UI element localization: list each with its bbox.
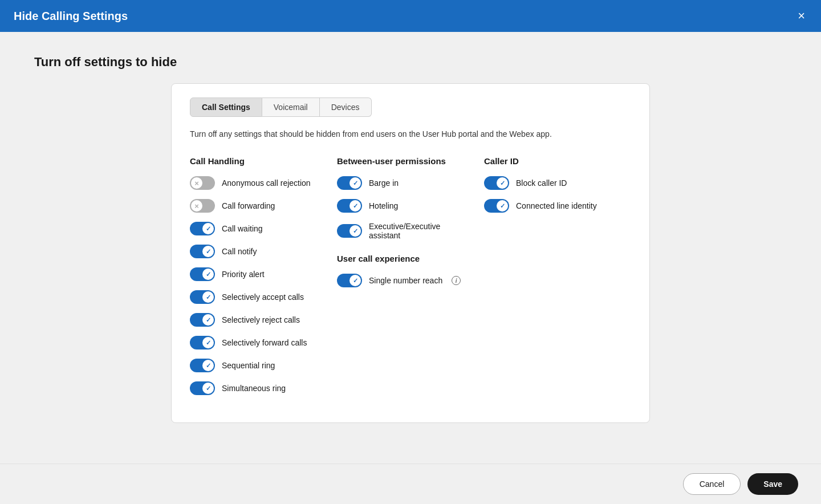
barge-in-label: Barge in: [369, 178, 399, 188]
sequential-ring-toggle[interactable]: [190, 359, 215, 372]
toggle-thumb: [202, 246, 214, 257]
simultaneous-ring-toggle[interactable]: [190, 381, 215, 395]
toggle-thumb: [349, 225, 361, 237]
tab-devices[interactable]: Devices: [320, 97, 372, 117]
description-text: Turn off any settings that should be hid…: [190, 128, 631, 140]
call-notify-toggle[interactable]: [190, 245, 215, 258]
anonymous-call-rejection-label: Anonymous call rejection: [222, 178, 311, 188]
list-item: Selectively accept calls: [190, 290, 326, 304]
toggle-thumb: [497, 177, 508, 189]
selectively-reject-toggle[interactable]: [190, 313, 215, 327]
single-number-reach-label: Single number reach: [369, 276, 442, 285]
executive-label: Executive/Executive assistant: [369, 222, 473, 240]
hoteling-label: Hoteling: [369, 201, 398, 210]
toggle-thumb: [202, 360, 214, 371]
main-content: Turn off settings to hide Call Settings …: [0, 32, 821, 504]
list-item: Single number reach i: [337, 274, 473, 287]
call-waiting-toggle[interactable]: [190, 222, 215, 235]
barge-in-toggle[interactable]: [337, 176, 362, 190]
page-title: Turn off settings to hide: [34, 55, 787, 70]
selectively-forward-label: Selectively forward calls: [222, 338, 307, 347]
list-item: Selectively reject calls: [190, 313, 326, 327]
between-user-column: Between-user permissions Barge in Hoteli…: [337, 156, 484, 404]
selectively-accept-label: Selectively accept calls: [222, 292, 304, 302]
toggle-thumb: [202, 291, 214, 303]
anonymous-call-rejection-toggle[interactable]: [190, 176, 215, 190]
block-caller-id-label: Block caller ID: [516, 178, 567, 188]
list-item: Simultaneous ring: [190, 381, 326, 395]
cancel-button[interactable]: Cancel: [683, 473, 741, 495]
sequential-ring-label: Sequential ring: [222, 361, 275, 370]
caller-id-column: Caller ID Block caller ID Connected line…: [484, 156, 631, 404]
list-item: Call notify: [190, 245, 326, 258]
info-icon[interactable]: i: [452, 276, 461, 285]
save-button[interactable]: Save: [747, 473, 798, 495]
selectively-forward-toggle[interactable]: [190, 336, 215, 349]
toggle-thumb: [349, 200, 361, 212]
priority-alert-toggle[interactable]: [190, 267, 215, 281]
tab-bar: Call Settings Voicemail Devices: [190, 97, 631, 117]
dialog-footer: Cancel Save: [0, 464, 821, 504]
list-item: Hoteling: [337, 199, 473, 213]
list-item: Connected line identity: [484, 199, 620, 213]
caller-id-header: Caller ID: [484, 156, 620, 166]
call-forwarding-label: Call forwarding: [222, 201, 275, 210]
list-item: Anonymous call rejection: [190, 176, 326, 190]
toggle-thumb: [202, 269, 214, 280]
toggle-thumb: [202, 314, 214, 326]
tab-voicemail[interactable]: Voicemail: [262, 97, 320, 117]
toggle-thumb: [349, 275, 361, 286]
toggle-thumb: [349, 177, 361, 189]
dialog-header: Hide Calling Settings ×: [0, 0, 821, 32]
simultaneous-ring-label: Simultaneous ring: [222, 384, 286, 393]
dialog-title: Hide Calling Settings: [14, 10, 128, 23]
call-notify-label: Call notify: [222, 247, 257, 256]
between-user-header: Between-user permissions: [337, 156, 473, 166]
block-caller-id-toggle[interactable]: [484, 176, 509, 190]
list-item: Barge in: [337, 176, 473, 190]
list-item: Priority alert: [190, 267, 326, 281]
settings-card: Call Settings Voicemail Devices Turn off…: [171, 83, 650, 423]
hoteling-toggle[interactable]: [337, 199, 362, 213]
toggle-thumb: [202, 337, 214, 348]
selectively-accept-toggle[interactable]: [190, 290, 215, 304]
toggle-thumb: [191, 177, 202, 189]
toggle-thumb: [497, 200, 508, 212]
selectively-reject-label: Selectively reject calls: [222, 315, 300, 324]
call-handling-header: Call Handling: [190, 156, 326, 166]
list-item: Executive/Executive assistant: [337, 222, 473, 240]
connected-line-identity-toggle[interactable]: [484, 199, 509, 213]
priority-alert-label: Priority alert: [222, 270, 265, 279]
executive-toggle[interactable]: [337, 224, 362, 238]
connected-line-identity-label: Connected line identity: [516, 201, 597, 210]
toggle-thumb: [191, 200, 202, 212]
user-call-experience-header: User call experience: [337, 254, 473, 263]
list-item: Block caller ID: [484, 176, 620, 190]
single-number-reach-toggle[interactable]: [337, 274, 362, 287]
settings-columns: Call Handling Anonymous call rejection C…: [190, 156, 631, 404]
list-item: Sequential ring: [190, 359, 326, 372]
toggle-thumb: [202, 223, 214, 234]
call-waiting-label: Call waiting: [222, 224, 263, 233]
list-item: Call forwarding: [190, 199, 326, 213]
list-item: Selectively forward calls: [190, 336, 326, 349]
call-handling-column: Call Handling Anonymous call rejection C…: [190, 156, 337, 404]
close-button[interactable]: ×: [795, 7, 807, 25]
user-call-experience-section: User call experience Single number reach…: [337, 254, 473, 287]
call-forwarding-toggle[interactable]: [190, 199, 215, 213]
list-item: Call waiting: [190, 222, 326, 235]
toggle-thumb: [202, 383, 214, 394]
tab-call-settings[interactable]: Call Settings: [190, 97, 262, 117]
